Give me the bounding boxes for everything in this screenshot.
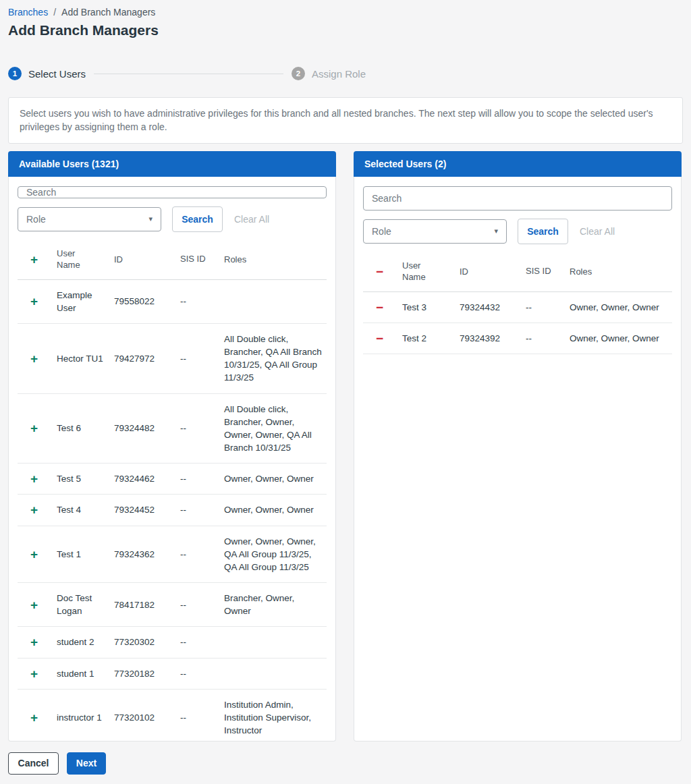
user-id-cell: 77320182	[114, 669, 180, 679]
add-user-button[interactable]: +	[30, 636, 38, 648]
cancel-button[interactable]: Cancel	[8, 752, 59, 775]
selected-users-panel-body: Role ▾ Search Clear All − User Name ID S…	[354, 177, 682, 741]
user-name-cell: Test 3	[402, 301, 460, 314]
user-id-cell: 77320102	[114, 712, 180, 723]
table-row: +instructor 177320102--Institution Admin…	[18, 690, 327, 741]
user-roles-cell: Owner, Owner, Owner	[224, 472, 327, 485]
footer-actions: Cancel Next	[8, 752, 683, 775]
add-user-button[interactable]: +	[30, 548, 38, 561]
step-2-label: Assign Role	[312, 68, 366, 80]
available-role-select[interactable]: Role ▾	[18, 207, 161, 231]
add-user-button[interactable]: +	[30, 472, 38, 485]
user-name-cell: Test 2	[402, 332, 460, 345]
user-id-cell: 79427972	[114, 354, 180, 364]
add-user-button[interactable]: +	[30, 711, 38, 724]
user-name-cell: student 2	[57, 636, 114, 648]
table-row: +student 277320302--	[18, 627, 327, 658]
user-sis-id-cell: --	[180, 474, 224, 484]
user-sis-id-cell: --	[180, 549, 224, 559]
step-1-label: Select Users	[28, 68, 86, 80]
selected-search-input[interactable]	[363, 186, 672, 211]
user-sis-id-cell: --	[180, 637, 224, 647]
user-roles-cell: All Double click, Brancher, Owner, Owner…	[224, 403, 327, 455]
available-table-rows: +Example User79558022--+Hector TU1794279…	[18, 280, 327, 741]
available-users-panel-title: Available Users (1321)	[8, 151, 336, 177]
add-user-button[interactable]: +	[30, 598, 38, 611]
user-id-cell: 79324432	[460, 302, 526, 312]
user-sis-id-cell: --	[526, 302, 570, 312]
user-sis-id-cell: --	[180, 669, 224, 679]
user-sis-id-cell: --	[180, 423, 224, 433]
add-user-button[interactable]: +	[30, 503, 38, 516]
add-user-button[interactable]: +	[30, 422, 38, 435]
user-id-cell: 79324482	[114, 423, 180, 433]
remove-user-button[interactable]: −	[376, 332, 383, 345]
user-roles-cell: Brancher, Owner, Owner	[224, 592, 327, 617]
breadcrumb-branches-link[interactable]: Branches	[8, 7, 48, 18]
add-user-button[interactable]: +	[30, 667, 38, 680]
user-roles-cell: Institution Admin, Institution Superviso…	[224, 698, 327, 737]
page-title: Add Branch Managers	[8, 22, 683, 38]
user-name-cell: Hector TU1	[57, 352, 114, 365]
user-roles-cell: Owner, Owner, Owner	[224, 503, 327, 516]
selected-users-table: − User Name ID SIS ID Roles −Test 379324…	[363, 253, 672, 354]
user-id-cell: 79324462	[114, 474, 180, 484]
available-search-button[interactable]: Search	[172, 206, 223, 232]
add-all-users-button[interactable]: +	[30, 253, 38, 266]
caret-down-icon: ▾	[494, 227, 498, 235]
column-header-id: ID	[114, 254, 180, 264]
column-header-id: ID	[460, 267, 526, 277]
user-name-cell: Test 5	[57, 472, 114, 485]
available-clear-all-button[interactable]: Clear All	[234, 214, 269, 225]
remove-all-users-button[interactable]: −	[376, 265, 383, 278]
user-roles-cell: All Double click, Brancher, QA All Branc…	[224, 333, 327, 385]
selected-table-header: − User Name ID SIS ID Roles	[363, 253, 672, 292]
stepper-connector-line	[94, 74, 283, 74]
selected-users-panel: Selected Users (2) Role ▾ Search Clear A…	[354, 151, 682, 741]
available-users-table: + User Name ID SIS ID Roles +Example Use…	[18, 241, 327, 741]
stepper: 1 Select Users 2 Assign Role	[8, 67, 366, 80]
user-id-cell: 78417182	[114, 600, 180, 610]
step-2-circle: 2	[292, 67, 305, 80]
user-name-cell: Test 6	[57, 422, 114, 435]
user-sis-id-cell: --	[180, 354, 224, 364]
table-row: +Test 579324462--Owner, Owner, Owner	[18, 464, 327, 495]
add-user-button[interactable]: +	[30, 295, 38, 308]
page: Branches / Add Branch Managers Add Branc…	[0, 0, 691, 775]
selected-role-select-value: Role	[372, 226, 391, 237]
column-header-roles: Roles	[224, 254, 327, 264]
selected-filter-row: Role ▾ Search Clear All	[363, 219, 672, 244]
next-button[interactable]: Next	[67, 752, 106, 775]
user-roles-cell: Owner, Owner, Owner	[570, 332, 672, 345]
add-user-button[interactable]: +	[30, 352, 38, 365]
step-1-circle: 1	[8, 67, 22, 80]
user-id-cell: 77320302	[114, 637, 180, 647]
user-name-cell: Test 1	[57, 548, 114, 561]
available-search-input[interactable]	[18, 186, 327, 198]
table-row: +student 177320182--	[18, 659, 327, 690]
panels-container: Available Users (1321) Role ▾ Search Cle…	[8, 151, 683, 741]
user-id-cell: 79558022	[114, 296, 180, 306]
available-table-header: + User Name ID SIS ID Roles	[18, 241, 327, 280]
user-sis-id-cell: --	[180, 505, 224, 515]
user-roles-cell: Owner, Owner, Owner	[570, 301, 672, 314]
selected-role-select[interactable]: Role ▾	[363, 219, 507, 244]
selected-search-button[interactable]: Search	[518, 219, 568, 244]
user-id-cell: 79324362	[114, 549, 180, 559]
remove-user-button[interactable]: −	[376, 301, 383, 314]
column-header-sis-id: SIS ID	[180, 253, 213, 265]
selected-users-panel-title: Selected Users (2)	[354, 151, 682, 177]
selected-clear-all-button[interactable]: Clear All	[580, 226, 615, 237]
breadcrumb: Branches / Add Branch Managers	[8, 7, 683, 18]
user-name-cell: instructor 1	[57, 711, 114, 724]
available-role-select-value: Role	[26, 214, 46, 225]
user-sis-id-cell: --	[526, 333, 570, 343]
user-id-cell: 79324452	[114, 505, 180, 515]
breadcrumb-separator: /	[53, 7, 56, 18]
caret-down-icon: ▾	[148, 215, 153, 223]
step-select-users: 1 Select Users	[8, 67, 86, 80]
column-header-roles: Roles	[570, 267, 672, 277]
table-row: +Test 479324452--Owner, Owner, Owner	[18, 495, 327, 526]
selected-table-rows: −Test 379324432--Owner, Owner, Owner−Tes…	[363, 292, 672, 354]
user-roles-cell: Owner, Owner, Owner, QA All Group 11/3/2…	[224, 535, 327, 573]
